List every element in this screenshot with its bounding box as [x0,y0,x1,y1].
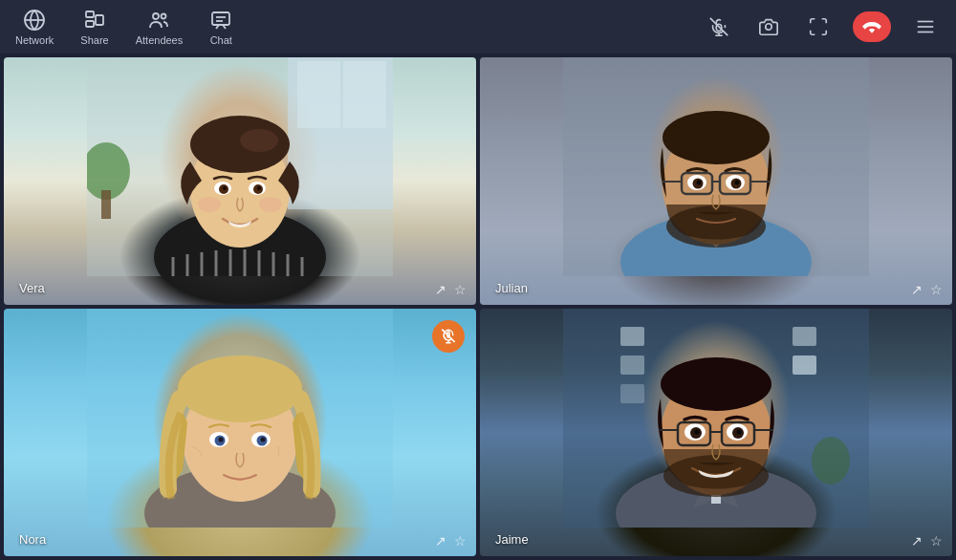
nora-actions: ↗ ☆ [435,533,467,549]
jaime-actions: ↗ ☆ [911,533,943,549]
julian-video [480,57,952,305]
svg-rect-72 [620,384,644,403]
toolbar: Network Share Att [0,0,956,54]
svg-rect-3 [86,21,94,27]
attendees-label: Attendees [136,34,184,46]
svg-point-80 [661,357,771,411]
svg-point-36 [259,197,282,212]
nora-share-icon[interactable]: ↗ [435,533,446,549]
svg-rect-4 [96,15,103,25]
svg-rect-21 [343,61,386,128]
svg-point-47 [697,181,702,185]
svg-rect-70 [620,327,644,346]
julian-name-label: Julian [495,281,528,295]
svg-point-6 [162,13,166,18]
svg-rect-66 [446,331,450,338]
video-cell-vera: Vera ↗ ☆ [4,57,476,305]
nora-star-icon[interactable]: ☆ [454,533,467,549]
chat-icon [209,9,232,32]
julian-avatar [563,57,869,276]
video-cell-nora: Nora ↗ ☆ [4,309,476,556]
end-call-button[interactable] [853,11,891,42]
julian-share-icon[interactable]: ↗ [911,282,923,297]
svg-point-41 [663,111,770,164]
svg-rect-23 [101,190,111,219]
vera-avatar [87,57,393,276]
vera-star-icon[interactable]: ☆ [454,282,467,297]
more-menu-button[interactable] [910,11,941,42]
jaime-share-icon[interactable]: ↗ [911,533,923,549]
vera-name-label: Vera [19,281,45,295]
svg-point-64 [261,438,266,442]
svg-point-86 [695,430,700,435]
julian-actions: ↗ ☆ [911,282,943,297]
chat-label: Chat [210,34,232,46]
nora-video [4,309,476,556]
nora-avatar [87,309,393,528]
svg-point-35 [198,197,221,212]
mute-button[interactable] [704,11,734,42]
svg-point-28 [240,129,278,152]
video-cell-jaime: Jaime ↗ ☆ [480,309,952,556]
share-label: Share [80,34,108,46]
video-grid: Vera ↗ ☆ [0,54,956,560]
toolbar-item-share[interactable]: Share [80,9,108,46]
vera-actions: ↗ ☆ [435,282,467,297]
svg-point-48 [735,181,740,185]
jaime-name-label: Jaime [495,532,529,547]
jaime-video [480,309,952,556]
svg-rect-2 [86,11,94,17]
svg-point-14 [766,24,771,30]
svg-rect-71 [620,355,644,375]
svg-rect-7 [212,12,229,25]
toolbar-item-chat[interactable]: Chat [209,9,232,46]
jaime-star-icon[interactable]: ☆ [930,533,943,549]
share-icon [83,9,106,32]
svg-point-34 [257,186,261,190]
vera-share-icon[interactable]: ↗ [435,282,446,297]
nora-name-label: Nora [19,532,46,547]
svg-rect-74 [793,355,816,375]
toolbar-item-attendees[interactable]: Attendees [136,9,184,46]
camera-button[interactable] [753,11,784,42]
toolbar-right [704,11,941,42]
svg-point-63 [219,438,224,442]
fullscreen-button[interactable] [803,11,834,42]
vera-video [4,57,476,305]
svg-point-5 [153,13,159,19]
network-icon [23,9,46,32]
network-label: Network [15,34,54,46]
svg-rect-20 [297,61,340,128]
svg-rect-73 [793,327,816,346]
attendees-icon [147,9,170,32]
svg-point-75 [812,437,850,485]
nora-mute-badge [432,320,465,353]
video-cell-julian: Julian ↗ ☆ [480,57,952,305]
toolbar-left: Network Share Att [15,9,232,46]
jaime-avatar [563,309,869,528]
julian-star-icon[interactable]: ☆ [930,282,943,297]
svg-point-87 [737,430,742,435]
toolbar-item-network[interactable]: Network [15,9,54,46]
svg-point-58 [178,355,302,422]
svg-point-33 [223,186,227,190]
